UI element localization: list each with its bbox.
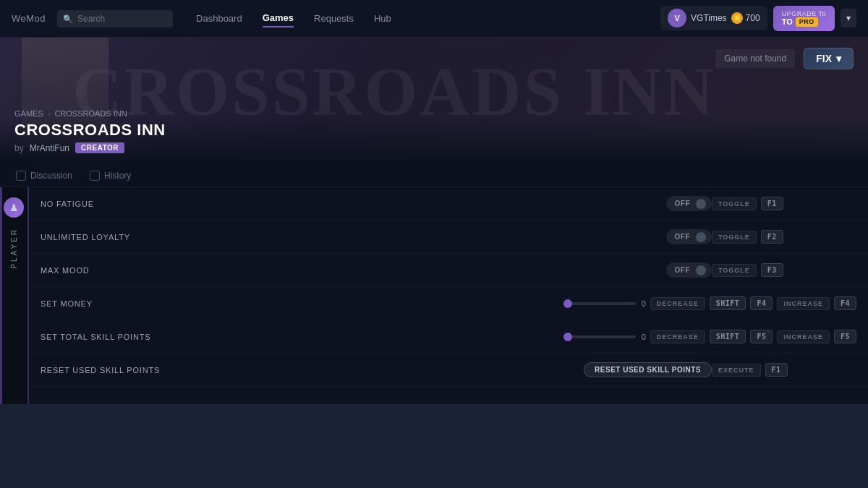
- user-section[interactable]: V VGTimes 🪙 700: [660, 6, 767, 30]
- keybind-shift: SHIFT: [710, 296, 746, 310]
- cheat-row: NO FATIGUE OFF TOGGLE F1: [29, 187, 868, 221]
- keybind-area: DECREASE SHIFT F5 INCREASE F5: [650, 330, 856, 343]
- by-label: by: [14, 143, 24, 153]
- topbar: WeMod 🔍 Dashboard Games Requests Hub V V…: [0, 0, 868, 38]
- keybind-key-increase: F4: [834, 296, 856, 310]
- slider-thumb[interactable]: [563, 333, 572, 341]
- hero-section: CROSSROADS INN Game not found FIX ▾ GAME…: [0, 38, 868, 160]
- content-wrapper: CROSSROADS INN Game not found FIX ▾ GAME…: [0, 38, 868, 404]
- keybind-action: EXECUTE: [712, 364, 761, 377]
- cheat-row: RESET USED SKILL POINTS RESET USED SKILL…: [29, 354, 868, 387]
- toggle-indicator: [696, 265, 706, 275]
- cheat-controls: 0: [563, 333, 650, 341]
- slider-track[interactable]: [563, 302, 636, 305]
- player-label: PLAYER: [10, 228, 18, 269]
- app-logo: WeMod: [12, 13, 46, 24]
- toggle-indicator: [696, 199, 706, 209]
- upgrade-top-label: UPGRADE To: [782, 10, 826, 18]
- keybind-key: F3: [761, 263, 783, 277]
- chevron-button[interactable]: ▾: [841, 9, 856, 27]
- toggle-no-fatigue[interactable]: OFF: [666, 196, 712, 211]
- coin-section: 🪙 700: [731, 12, 760, 24]
- cheat-row: SET MONEY 0 DECREASE SHIFT F4 INCREASE F…: [29, 287, 868, 320]
- keybind-area: TOGGLE F3: [712, 263, 856, 277]
- keybind-key: F2: [761, 230, 783, 244]
- breadcrumb-games[interactable]: GAMES: [14, 109, 43, 118]
- below-hero: ♟ PLAYER NO FATIGUE OFF TOGGLE F1: [0, 187, 868, 404]
- cheat-name: UNLIMITED LOYALTY: [41, 233, 666, 241]
- reset-used-skill-points-button[interactable]: RESET USED SKILL POINTS: [584, 362, 712, 377]
- page-header: GAMES › CROSSROADS INN › CROSSROADS INN …: [0, 102, 180, 160]
- page-meta: by MrAntiFun CREATOR: [14, 142, 166, 153]
- breadcrumb: GAMES › CROSSROADS INN ›: [14, 109, 166, 118]
- keybind-decrease: DECREASE: [650, 297, 705, 310]
- tab-history[interactable]: History: [88, 166, 132, 187]
- game-not-found-label: Game not found: [715, 49, 795, 68]
- toggle-off-label: OFF: [671, 231, 695, 242]
- history-checkbox[interactable]: [90, 171, 100, 181]
- fix-button[interactable]: FIX ▾: [804, 48, 854, 69]
- keybind-key-increase: F5: [834, 330, 856, 343]
- cheat-controls: OFF: [666, 262, 712, 278]
- tab-discussion[interactable]: Discussion: [14, 166, 74, 187]
- upgrade-to-label: TO: [782, 17, 793, 27]
- discussion-checkbox[interactable]: [16, 171, 26, 181]
- cheat-row: UNLIMITED LOYALTY OFF TOGGLE F2: [29, 221, 868, 254]
- nav-hub[interactable]: Hub: [374, 10, 391, 27]
- keybind-area: TOGGLE F1: [712, 197, 856, 210]
- fix-label: FIX: [816, 53, 832, 64]
- nav-dashboard[interactable]: Dashboard: [196, 10, 242, 27]
- keybind-area: TOGGLE F2: [712, 230, 856, 244]
- upgrade-bottom: TO PRO: [782, 17, 818, 27]
- slider-money: 0: [563, 299, 650, 308]
- toggle-unlimited-loyalty[interactable]: OFF: [666, 229, 712, 244]
- keybind-action: TOGGLE: [712, 231, 757, 244]
- author-name: MrAntiFun: [30, 143, 69, 153]
- topbar-nav: Dashboard Games Requests Hub: [196, 9, 660, 27]
- fix-chevron-icon: ▾: [836, 53, 841, 64]
- keybind-shift: SHIFT: [710, 330, 746, 343]
- keybind-action: TOGGLE: [712, 264, 757, 277]
- slider-thumb[interactable]: [563, 299, 572, 308]
- nav-requests[interactable]: Requests: [314, 10, 354, 27]
- topbar-right: V VGTimes 🪙 700 UPGRADE To TO PRO ▾: [660, 6, 856, 32]
- nav-games[interactable]: Games: [263, 9, 294, 27]
- breadcrumb-game[interactable]: CROSSROADS INN: [54, 109, 127, 118]
- tabs-row: Discussion History: [0, 160, 868, 187]
- cheat-name: RESET USED SKILL POINTS: [41, 366, 584, 374]
- cheat-name: SET MONEY: [41, 299, 563, 308]
- player-icon: ♟: [4, 197, 24, 218]
- username: VGTimes: [691, 13, 727, 23]
- keybind-key-decrease: F4: [750, 296, 773, 310]
- player-side-line: [0, 187, 2, 404]
- slider-track[interactable]: [563, 335, 636, 338]
- keybind-increase: INCREASE: [777, 297, 830, 310]
- tab-discussion-label: Discussion: [30, 171, 72, 181]
- keybind-area: DECREASE SHIFT F4 INCREASE F4: [650, 296, 856, 310]
- keybind-area: EXECUTE F1: [712, 363, 856, 377]
- avatar: V: [668, 9, 686, 27]
- slider-value: 0: [642, 299, 650, 308]
- toggle-max-mood[interactable]: OFF: [666, 262, 712, 278]
- upgrade-button[interactable]: UPGRADE To TO PRO: [773, 6, 835, 32]
- pro-badge: PRO: [796, 17, 818, 27]
- keybind-action: TOGGLE: [712, 197, 757, 210]
- cheat-name: NO FATIGUE: [41, 200, 666, 208]
- tab-history-label: History: [104, 171, 131, 181]
- coin-count: 700: [746, 13, 760, 23]
- toggle-off-label: OFF: [671, 198, 695, 209]
- keybind-key: F1: [761, 197, 783, 210]
- slider-value: 0: [642, 333, 650, 341]
- player-sidebar: ♟ PLAYER: [0, 187, 29, 404]
- search-input[interactable]: [57, 10, 173, 27]
- cheat-name: SET TOTAL SKILL POINTS: [41, 333, 563, 341]
- cheats-list: NO FATIGUE OFF TOGGLE F1 UNLIMITED LOYAL…: [29, 187, 868, 404]
- search-wrap: 🔍: [57, 10, 173, 27]
- slider-skill-points: 0: [563, 333, 650, 341]
- toggle-indicator: [696, 232, 706, 242]
- toggle-off-label: OFF: [671, 265, 695, 275]
- keybind-increase: INCREASE: [777, 330, 830, 343]
- cheat-name: MAX MOOD: [41, 266, 666, 275]
- cheat-controls: OFF: [666, 229, 712, 244]
- keybind-key: F1: [765, 363, 788, 377]
